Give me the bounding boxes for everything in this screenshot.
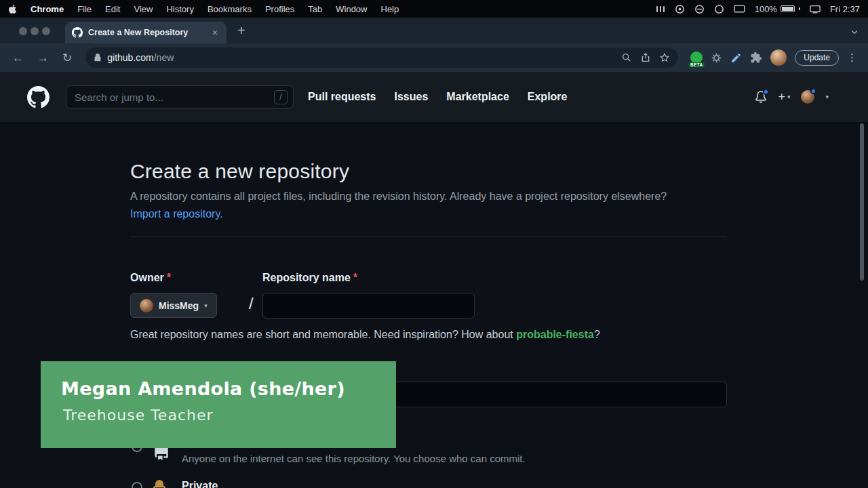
notifications-bell-icon[interactable] (755, 91, 767, 103)
reload-button[interactable]: ↻ (58, 52, 76, 64)
repository-name-label: Repository name* (262, 272, 357, 284)
github-search[interactable]: / (66, 85, 294, 108)
github-favicon-icon (72, 27, 83, 38)
share-icon[interactable] (640, 52, 651, 63)
traffic-light-zoom[interactable] (42, 27, 50, 35)
owner-repo-separator: / (249, 294, 254, 313)
page-title: Create a new repository (130, 160, 349, 183)
menubar-circle-icon[interactable] (714, 4, 724, 14)
required-asterisk: * (353, 272, 357, 283)
public-description: Anyone on the internet can see this repo… (182, 453, 616, 464)
url-domain: github.com (107, 52, 153, 63)
url-path: /new (154, 52, 174, 63)
private-label: Private (182, 480, 218, 488)
extension-beta-icon[interactable]: BETA (690, 52, 703, 64)
create-new-menu[interactable]: + ▾ (778, 90, 790, 104)
menubar-item-file[interactable]: File (77, 4, 92, 14)
apple-menu-icon[interactable] (8, 4, 17, 14)
tab-search-chevron-icon[interactable] (850, 26, 859, 39)
forward-button[interactable]: → (33, 52, 53, 64)
tab-close-icon[interactable]: × (210, 26, 220, 39)
chevron-down-icon: ▾ (787, 94, 791, 100)
menubar-bars-icon[interactable] (656, 5, 665, 14)
intro-text: A repository contains all project files,… (130, 190, 667, 202)
zoom-icon[interactable] (621, 52, 632, 63)
menubar-display-icon[interactable] (734, 5, 745, 14)
nav-pull-requests[interactable]: Pull requests (308, 91, 376, 103)
menubar-item-tab[interactable]: Tab (308, 4, 322, 14)
menubar-item-chrome[interactable]: Chrome (31, 4, 64, 14)
notification-dot (763, 89, 769, 95)
address-bar[interactable]: github.com/new (85, 47, 678, 68)
nav-issues[interactable]: Issues (394, 91, 428, 103)
nav-marketplace[interactable]: Marketplace (446, 91, 509, 103)
nav-explore[interactable]: Explore (528, 91, 568, 103)
import-repository-link[interactable]: Import a repository. (130, 208, 223, 220)
owner-caret-icon: ▾ (204, 302, 208, 309)
private-radio[interactable] (132, 482, 142, 488)
required-asterisk: * (167, 272, 171, 283)
page-intro: A repository contains all project files,… (130, 188, 688, 223)
macos-menubar: Chrome File Edit View History Bookmarks … (0, 0, 868, 18)
repository-name-input[interactable] (262, 293, 475, 319)
repo-name-hint: Great repository names are short and mem… (130, 329, 727, 341)
profile-chevron-down-icon[interactable]: ▾ (825, 94, 829, 100)
profile-menu[interactable] (801, 90, 814, 104)
screen: Chrome File Edit View History Bookmarks … (0, 0, 868, 488)
menubar-item-profiles[interactable]: Profiles (265, 4, 294, 14)
menubar-item-bookmarks[interactable]: Bookmarks (208, 4, 252, 14)
presenter-name-card: Megan Amendola (she/her) Treehouse Teach… (41, 361, 396, 448)
bookmark-star-icon[interactable] (659, 52, 670, 63)
url-text: github.com/new (107, 52, 174, 63)
github-header: / Pull requests Issues Marketplace Explo… (0, 72, 868, 122)
browser-tabstrip: Create a New Repository × + (0, 18, 868, 43)
traffic-light-minimize[interactable] (31, 27, 39, 35)
update-button[interactable]: Update (795, 50, 839, 66)
back-button[interactable]: ← (8, 52, 28, 64)
page-body: Create a new repository A repository con… (0, 122, 868, 488)
new-tab-button[interactable]: + (235, 22, 248, 39)
github-search-input[interactable] (75, 92, 269, 103)
browser-toolbar: ← → ↻ github.com/new BE (0, 43, 868, 72)
plus-icon: + (778, 90, 785, 104)
owner-avatar (140, 299, 153, 312)
menubar-item-edit[interactable]: Edit (105, 4, 120, 14)
extensions-puzzle-icon[interactable] (750, 52, 762, 64)
battery-percent: 100% (755, 4, 777, 14)
menubar-item-view[interactable]: View (134, 4, 153, 14)
menubar-item-window[interactable]: Window (336, 4, 367, 14)
menubar-status-circle-icon[interactable] (694, 4, 705, 14)
traffic-light-close[interactable] (19, 27, 27, 35)
avatar-notification-dot (810, 88, 816, 94)
browser-menu-icon[interactable]: ⋮ (844, 52, 860, 64)
menubar-item-help[interactable]: Help (381, 4, 399, 14)
browser-tab[interactable]: Create a New Repository × (65, 22, 226, 43)
private-lock-icon (151, 480, 167, 488)
menubar-clock[interactable]: Fri 2:37 (830, 4, 860, 14)
presenter-role: Treehouse Teacher (63, 407, 214, 424)
owner-select-button[interactable]: MissMeg ▾ (130, 293, 217, 318)
extension-gear-icon[interactable] (711, 52, 722, 64)
github-logo-icon[interactable] (27, 86, 50, 108)
divider (130, 237, 727, 237)
battery-icon (781, 5, 795, 12)
chrome-profile-avatar[interactable] (770, 49, 787, 66)
menubar-mirroring-icon[interactable] (810, 5, 821, 14)
site-lock-icon[interactable] (94, 54, 102, 62)
tab-title: Create a New Repository (88, 28, 205, 37)
menubar-battery: 100% (755, 4, 800, 14)
owner-label: Owner* (130, 272, 171, 284)
suggested-repo-name[interactable]: probable-fiesta (516, 329, 594, 340)
beta-badge: BETA (689, 62, 704, 67)
search-shortcut-key: / (274, 90, 288, 104)
presenter-name: Megan Amendola (she/her) (61, 378, 345, 399)
extension-pen-icon[interactable] (730, 52, 742, 64)
menubar-record-icon[interactable] (675, 4, 685, 14)
menubar-item-history[interactable]: History (166, 4, 193, 14)
page-scrollbar[interactable] (860, 123, 864, 281)
owner-name: MissMeg (159, 300, 199, 311)
github-nav: Pull requests Issues Marketplace Explore (308, 91, 567, 103)
